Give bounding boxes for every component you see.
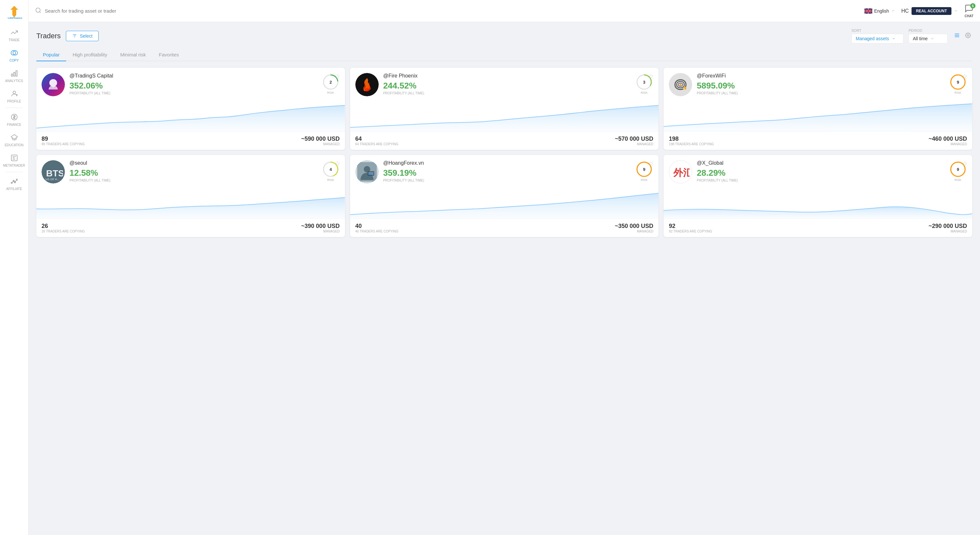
select-button[interactable]: Select	[66, 31, 99, 41]
copiers-label: 40 TRADERS ARE COPYING	[355, 230, 398, 233]
settings-button[interactable]	[964, 31, 972, 41]
sidebar-item-affiliate[interactable]: AFFILIATE	[0, 173, 28, 194]
copiers-block: 64 64 TRADERS ARE COPYING	[355, 135, 398, 146]
search-icon	[35, 7, 41, 14]
managed-block: ~590 000 USD MANAGED	[301, 135, 340, 146]
sidebar-item-trade[interactable]: TRADE	[0, 25, 28, 45]
tab-high-profitability[interactable]: High profitability	[66, 49, 114, 61]
sort-group: SORT Managed assets	[851, 29, 904, 43]
trader-card[interactable]: $ @ForexWiFi 5895.09% PROFITABILITY (ALL…	[663, 68, 972, 150]
svg-rect-48	[368, 172, 374, 175]
svg-rect-6	[16, 71, 17, 76]
copiers-block: 26 26 TRADERS ARE COPYING	[41, 223, 85, 233]
profitability-value: 359.19%	[383, 168, 631, 178]
account-code: HC	[902, 8, 909, 14]
managed-label: MANAGED	[301, 142, 340, 146]
profitability-label: PROFITABILITY (ALL TIME)	[383, 91, 631, 95]
card-top: BTS US OF K... @seoul 12.58% PROFITABILI…	[37, 155, 345, 186]
card-chart	[350, 186, 659, 219]
svg-text:3: 3	[643, 80, 646, 85]
managed-amount: ~350 000 USD	[615, 223, 654, 230]
card-bottom: 89 89 TRADERS ARE COPYING ~590 000 USD M…	[37, 131, 345, 150]
trader-card[interactable]: @HoangForex.vn 359.19% PROFITABILITY (AL…	[350, 155, 659, 237]
trader-name: @seoul	[70, 160, 317, 166]
card-bottom: 26 26 TRADERS ARE COPYING ~390 000 USD M…	[37, 219, 345, 237]
card-chart	[663, 186, 972, 219]
language-label: English	[874, 8, 889, 14]
account-selector[interactable]: HC REAL ACCOUNT	[902, 7, 958, 15]
copiers-label: 89 TRADERS ARE COPYING	[41, 142, 85, 146]
tab-minimal-risk[interactable]: Minimal risk	[114, 49, 152, 61]
card-chart	[350, 99, 659, 131]
card-bottom: 40 40 TRADERS ARE COPYING ~350 000 USD M…	[350, 219, 659, 237]
managed-amount: ~390 000 USD	[301, 223, 340, 230]
main-content: English HC REAL ACCOUNT	[29, 0, 980, 535]
search-input[interactable]	[45, 8, 859, 14]
copiers-block: 198 198 TRADERS ARE COPYING	[669, 135, 714, 146]
trader-name: @TradingS Capital	[70, 73, 317, 79]
card-chart	[663, 99, 972, 131]
page-title: Traders	[37, 32, 61, 40]
sidebar-item-finance[interactable]: FINANCE	[0, 109, 28, 130]
avatar: BTS US OF K...	[41, 160, 65, 184]
trader-name: @X_Global	[697, 160, 944, 166]
profitability-label: PROFITABILITY (ALL TIME)	[383, 179, 631, 182]
card-bottom: 198 198 TRADERS ARE COPYING ~460 000 USD…	[663, 131, 972, 150]
trader-card[interactable]: BTS US OF K... @seoul 12.58% PROFITABILI…	[37, 155, 345, 237]
real-account-badge: REAL ACCOUNT	[912, 7, 951, 15]
managed-label: MANAGED	[928, 142, 967, 146]
svg-text:US OF K...: US OF K...	[45, 178, 60, 181]
list-view-button[interactable]	[953, 31, 961, 41]
trade-icon	[10, 28, 19, 37]
sidebar-divider-1	[6, 108, 22, 108]
card-top: 外汇 @X_Global 28.29% PROFITABILITY (ALL T…	[663, 155, 972, 186]
managed-block: ~570 000 USD MANAGED	[615, 135, 654, 146]
sort-period-controls: SORT Managed assets PERIOD All time	[851, 29, 972, 43]
trader-card[interactable]: 外汇 @X_Global 28.29% PROFITABILITY (ALL T…	[663, 155, 972, 237]
sidebar-item-education[interactable]: EDUCATION	[0, 130, 28, 150]
favorite-button[interactable]: ☆	[334, 72, 340, 80]
favorite-button[interactable]: ☆	[334, 160, 340, 167]
sidebar-item-metatrader[interactable]: METATRADER	[0, 150, 28, 171]
period-label: PERIOD	[908, 29, 948, 32]
svg-text:LiteFinance: LiteFinance	[8, 16, 22, 19]
copiers-label: 198 TRADERS ARE COPYING	[669, 142, 714, 146]
svg-text:$: $	[683, 87, 685, 90]
sidebar-item-copy[interactable]: COPY	[0, 45, 28, 65]
sidebar-item-profile[interactable]: PROFILE	[0, 86, 28, 106]
tab-favorites[interactable]: Favorites	[153, 49, 186, 61]
traders-header: Traders Select SORT Managed assets	[37, 29, 972, 43]
chat-label: CHAT	[964, 14, 973, 18]
card-info: @TradingS Capital 352.06% PROFITABILITY …	[70, 73, 317, 95]
flag-icon	[864, 8, 872, 14]
svg-text:9: 9	[957, 167, 959, 172]
favorite-button[interactable]: ☆	[962, 160, 968, 167]
trader-card[interactable]: @TradingS Capital 352.06% PROFITABILITY …	[37, 68, 345, 150]
managed-block: ~460 000 USD MANAGED	[928, 135, 967, 146]
card-bottom: 92 92 TRADERS ARE COPYING ~290 000 USD M…	[663, 219, 972, 237]
copiers-count: 92	[669, 223, 712, 230]
trader-card[interactable]: @Fire Phoenix 244.52% PROFITABILITY (ALL…	[350, 68, 659, 150]
sidebar-item-analytics[interactable]: ANALYTICS	[0, 65, 28, 86]
copiers-label: 92 TRADERS ARE COPYING	[669, 230, 712, 233]
tab-popular[interactable]: Popular	[37, 49, 66, 61]
chat-button[interactable]: 6 CHAT	[964, 4, 974, 18]
language-selector[interactable]: English	[864, 8, 895, 14]
svg-text:2: 2	[329, 80, 332, 85]
profile-icon	[10, 89, 19, 98]
sidebar: LiteFinance TRADE COPY	[0, 0, 29, 535]
favorite-button[interactable]: ☆	[648, 72, 654, 80]
chat-badge: 6	[970, 3, 975, 8]
affiliate-icon	[10, 177, 19, 186]
sort-select[interactable]: Managed assets	[851, 34, 904, 43]
favorite-button[interactable]: ☆	[962, 72, 968, 80]
copiers-count: 26	[41, 223, 85, 230]
favorite-button[interactable]: ☆	[648, 160, 654, 167]
period-chevron	[930, 37, 934, 41]
card-top: @Fire Phoenix 244.52% PROFITABILITY (ALL…	[350, 68, 659, 99]
card-info: @Fire Phoenix 244.52% PROFITABILITY (ALL…	[383, 73, 631, 95]
period-select[interactable]: All time	[908, 34, 948, 43]
card-info: @ForexWiFi 5895.09% PROFITABILITY (ALL T…	[697, 73, 944, 95]
logo[interactable]: LiteFinance	[6, 3, 23, 21]
managed-block: ~290 000 USD MANAGED	[928, 223, 967, 233]
